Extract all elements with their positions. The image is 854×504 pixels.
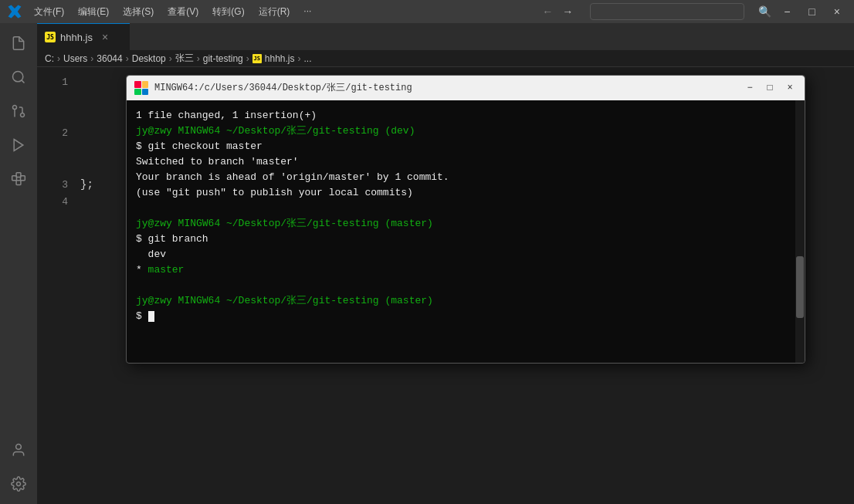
terminal-body: 1 file changed, 1 insertion(+) jy@zwy MI… (127, 100, 805, 363)
svg-rect-9 (16, 181, 21, 185)
titlebar: 文件(F) 编辑(E) 选择(S) 查看(V) 转到(G) 运行(R) ··· … (0, 0, 854, 23)
terminal-line-9: $ git branch (136, 232, 792, 247)
activity-files-icon[interactable] (5, 29, 32, 57)
close-button[interactable]: × (828, 5, 846, 18)
svg-point-10 (16, 445, 22, 450)
search-icon: 🔍 (758, 5, 771, 18)
svg-point-0 (13, 72, 23, 82)
line-number-1: 1 (45, 74, 68, 91)
terminal-line-blank2 (136, 278, 792, 293)
menu-more[interactable]: ··· (297, 4, 317, 20)
activity-settings-icon[interactable] (5, 470, 32, 498)
nav-forward-button[interactable]: → (559, 4, 576, 19)
tab-hhhh-js[interactable]: JS hhhh.js × (37, 23, 130, 50)
main-container: JS hhhh.js × C: › Users › 36044 › Deskto… (0, 23, 854, 504)
tab-close-button[interactable]: × (100, 29, 110, 45)
tab-file-icon: JS (45, 32, 56, 42)
activity-account-icon[interactable] (5, 436, 32, 464)
terminal-line-13: jy@zwy MINGW64 ~/Desktop/张三/git-testing … (136, 293, 792, 309)
tab-label: hhhh.js (60, 32, 93, 43)
svg-point-3 (13, 106, 17, 110)
terminal-close-button[interactable]: × (783, 81, 797, 95)
activity-bar (0, 23, 37, 504)
breadcrumb-filename[interactable]: hhhh.js (265, 53, 295, 64)
menu-file[interactable]: 文件(F) (28, 4, 70, 20)
menu-view[interactable]: 查看(V) (161, 4, 205, 20)
menu-select[interactable]: 选择(S) (117, 4, 160, 20)
terminal-line-2: jy@zwy MINGW64 ~/Desktop/张三/git-testing … (136, 123, 792, 139)
breadcrumb-desktop[interactable]: Desktop (132, 53, 166, 64)
terminal-line-8: jy@zwy MINGW64 ~/Desktop/张三/git-testing … (136, 216, 792, 232)
breadcrumb-ellipsis[interactable]: ... (303, 53, 311, 64)
terminal-line-11: * master (136, 262, 792, 278)
line-number-3: 3 (45, 177, 68, 194)
minimize-button[interactable]: − (778, 5, 796, 18)
terminal-scrollbar-thumb[interactable] (796, 256, 804, 318)
terminal-logo-icon (134, 81, 148, 95)
editor-area: JS hhhh.js × C: › Users › 36044 › Deskto… (37, 23, 854, 504)
terminal-titlebar: MINGW64:/c/Users/36044/Desktop/张三/git-te… (127, 76, 805, 100)
terminal-line-14: $ (136, 309, 792, 324)
menu-goto[interactable]: 转到(G) (206, 4, 250, 20)
nav-buttons: ← → (539, 4, 576, 19)
breadcrumb-36044[interactable]: 36044 (97, 53, 122, 64)
tab-bar: JS hhhh.js × (37, 23, 854, 50)
code-editor[interactable]: 1 main.onclick = function () { 2 💡consol… (37, 67, 854, 504)
terminal-title-label: MINGW64:/c/Users/36044/Desktop/张三/git-te… (154, 79, 743, 96)
activity-run-icon[interactable] (5, 131, 32, 159)
terminal-line-1: 1 file changed, 1 insertion(+) (136, 108, 792, 123)
terminal-scrollbar[interactable] (795, 100, 805, 363)
breadcrumb-git-testing[interactable]: git-testing (203, 53, 243, 64)
terminal-line-10: dev (136, 247, 792, 262)
terminal-line-6: (use "git push" to publish your local co… (136, 185, 792, 201)
terminal-line-4: Switched to branch 'master' (136, 154, 792, 170)
terminal-line-3: $ git checkout master (136, 139, 792, 154)
svg-point-11 (17, 482, 21, 486)
global-search-input[interactable] (590, 3, 744, 20)
svg-line-1 (22, 80, 25, 83)
breadcrumb-zhangsan[interactable]: 张三 (175, 52, 194, 65)
breadcrumb-users[interactable]: Users (63, 53, 87, 64)
breadcrumb: C: › Users › 36044 › Desktop › 张三 › git-… (37, 50, 854, 67)
terminal-line-5: Your branch is ahead of 'origin/master' … (136, 170, 792, 185)
activity-bar-bottom (5, 436, 32, 498)
menu-bar: 文件(F) 编辑(E) 选择(S) 查看(V) 转到(G) 运行(R) ··· (28, 4, 317, 20)
terminal-window[interactable]: MINGW64:/c/Users/36044/Desktop/张三/git-te… (126, 75, 805, 364)
vscode-logo-icon (8, 5, 22, 19)
nav-back-button[interactable]: ← (539, 4, 556, 19)
terminal-controls: − □ × (743, 81, 797, 95)
line-number-2: 2 (45, 125, 68, 142)
terminal-minimize-button[interactable]: − (743, 81, 757, 95)
svg-point-2 (21, 113, 25, 117)
activity-extensions-icon[interactable] (5, 165, 32, 193)
activity-search-icon[interactable] (5, 63, 32, 91)
activity-source-control-icon[interactable] (5, 97, 32, 125)
svg-marker-5 (14, 140, 23, 151)
code-content-3: }; (80, 176, 93, 193)
terminal-line-blank1 (136, 201, 792, 216)
breadcrumb-c[interactable]: C: (45, 53, 54, 64)
menu-edit[interactable]: 编辑(E) (72, 4, 115, 20)
breadcrumb-file-icon: JS (252, 54, 262, 63)
maximize-button[interactable]: □ (802, 5, 821, 18)
menu-run[interactable]: 运行(R) (252, 4, 297, 20)
line-number-4: 4 (45, 194, 68, 211)
terminal-maximize-button[interactable]: □ (763, 81, 777, 95)
